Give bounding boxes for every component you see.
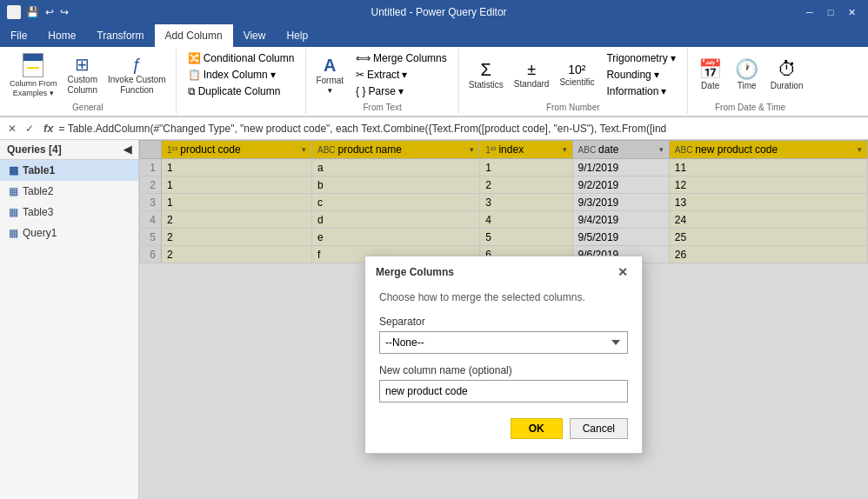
- queries-sidebar: Queries [4] ◀ ▦ Table1 ▦ Table2 ▦ Table3…: [0, 140, 139, 499]
- sidebar-title: Queries [4]: [7, 143, 62, 156]
- standard-button[interactable]: ± Standard: [510, 50, 554, 101]
- redo-btn[interactable]: ↪: [60, 6, 69, 18]
- general-group-label: General: [5, 103, 170, 112]
- from-text-small-col: ⟺ Merge Columns ✂ Extract ▾ { } Parse ▾: [350, 50, 453, 99]
- duplicate-column-icon: ⧉: [188, 85, 196, 97]
- sidebar-header: Queries [4] ◀: [0, 140, 138, 160]
- tab-view[interactable]: View: [233, 24, 277, 47]
- conditional-column-icon: 🔀: [188, 52, 201, 64]
- sidebar-item-query1[interactable]: ▦ Query1: [0, 223, 138, 243]
- window-controls: ─ □ ✕: [800, 3, 861, 21]
- standard-label: Standard: [514, 79, 550, 90]
- sidebar-item-table2[interactable]: ▦ Table2: [0, 181, 138, 202]
- dialog-close-button[interactable]: ✕: [614, 263, 631, 281]
- invoke-custom-function-label: Invoke CustomFunction: [108, 75, 166, 96]
- undo-btn[interactable]: ↩: [45, 6, 54, 18]
- formula-bar: ✕ ✓ fx: [0, 117, 868, 140]
- invoke-custom-function-button[interactable]: ƒ Invoke CustomFunction: [103, 50, 170, 101]
- sidebar-item-table3[interactable]: ▦ Table3: [0, 202, 138, 223]
- dialog-ok-button[interactable]: OK: [511, 418, 563, 439]
- column-from-examples-icon: [23, 53, 43, 77]
- sidebar-collapse-icon[interactable]: ◀: [124, 143, 131, 156]
- dialog-description: Choose how to merge the selected columns…: [379, 291, 628, 303]
- addcol-items: 🔀 Conditional Column 📋 Index Column ▾ ⧉ …: [182, 50, 301, 112]
- app-title: Untitled - Power Query Editor: [77, 6, 800, 18]
- custom-column-button[interactable]: ⊞ CustomColumn: [63, 50, 102, 101]
- separator-select[interactable]: --None-- Colon Comma Equals Sign Semicol…: [379, 331, 628, 354]
- title-bar: 💾 ↩ ↪ Untitled - Power Query Editor ─ □ …: [0, 0, 868, 24]
- maximize-button[interactable]: □: [821, 3, 840, 21]
- scientific-label: Scientific: [559, 77, 594, 88]
- index-column-label: Index Column: [204, 69, 268, 81]
- dialog-title: Merge Columns: [376, 266, 454, 278]
- ribbon-group-general: Column FromExamples ▾ ⊞ CustomColumn ƒ I…: [0, 49, 177, 114]
- extract-icon: ✂: [356, 69, 364, 81]
- format-icon: A: [324, 57, 336, 74]
- addcol-col: 🔀 Conditional Column 📋 Index Column ▾ ⧉ …: [182, 50, 301, 99]
- format-dropdown: ▾: [328, 86, 332, 95]
- from-text-label: From Text: [311, 103, 452, 112]
- statistics-button[interactable]: Σ Statistics: [464, 50, 508, 101]
- trigonometry-label: Trigonometry: [606, 52, 667, 64]
- column-from-examples-label: Column FromExamples ▾: [10, 79, 57, 98]
- new-column-name-input[interactable]: [379, 380, 628, 403]
- time-label: Time: [738, 81, 757, 91]
- minimize-button[interactable]: ─: [800, 3, 819, 21]
- tab-home[interactable]: Home: [37, 24, 86, 47]
- information-label: Information: [606, 85, 658, 97]
- parse-button[interactable]: { } Parse ▾: [350, 83, 453, 99]
- scientific-button[interactable]: 10² Scientific: [555, 50, 598, 101]
- trigonometry-button[interactable]: Trigonometry ▾: [600, 50, 681, 66]
- dialog-title-bar: Merge Columns ✕: [365, 256, 642, 288]
- ribbon-group-addcol: 🔀 Conditional Column 📋 Index Column ▾ ⧉ …: [177, 49, 307, 114]
- merge-columns-button[interactable]: ⟺ Merge Columns: [350, 50, 453, 66]
- tab-help[interactable]: Help: [276, 24, 318, 47]
- from-number-small-col: Trigonometry ▾ Rounding ▾ Information ▾: [600, 50, 681, 99]
- quick-access-toolbar: 💾 ↩ ↪: [26, 6, 69, 18]
- sidebar-item-table1-label: Table1: [23, 164, 55, 176]
- sidebar-item-query1-label: Query1: [23, 227, 57, 239]
- dialog-cancel-button[interactable]: Cancel: [570, 418, 628, 439]
- from-date-items: 📅 Date 🕐 Time ⏱ Duration: [693, 50, 808, 101]
- format-label: Format: [316, 76, 344, 86]
- ribbon-group-from-date: 📅 Date 🕐 Time ⏱ Duration From Date & Tim…: [688, 49, 813, 114]
- duration-button[interactable]: ⏱ Duration: [766, 50, 808, 101]
- date-button[interactable]: 📅 Date: [693, 50, 728, 101]
- sidebar-item-table1[interactable]: ▦ Table1: [0, 160, 138, 181]
- from-text-items: A Format ▾ ⟺ Merge Columns ✂ Extract ▾: [311, 50, 452, 101]
- rounding-label: Rounding: [606, 69, 651, 81]
- save-btn[interactable]: 💾: [26, 6, 39, 18]
- invoke-custom-function-icon: ƒ: [132, 56, 142, 73]
- close-button[interactable]: ✕: [842, 3, 861, 21]
- merge-columns-label: Merge Columns: [373, 52, 447, 64]
- ribbon-tab-bar: File Home Transform Add Column View Help: [0, 24, 868, 47]
- tab-add-column[interactable]: Add Column: [155, 24, 233, 47]
- format-button[interactable]: A Format ▾: [311, 50, 348, 101]
- table1-icon: ▦: [9, 164, 18, 176]
- duplicate-column-button[interactable]: ⧉ Duplicate Column: [182, 83, 301, 99]
- statistics-label: Statistics: [469, 80, 504, 90]
- extract-button[interactable]: ✂ Extract ▾: [350, 67, 453, 83]
- formula-cancel-button[interactable]: ✕: [3, 120, 21, 137]
- rounding-button[interactable]: Rounding ▾: [600, 67, 681, 83]
- from-date-label: From Date & Time: [693, 103, 808, 112]
- new-column-name-label: New column name (optional): [379, 364, 628, 376]
- dialog-overlay: Merge Columns ✕ Choose how to merge the …: [139, 140, 868, 499]
- index-column-button[interactable]: 📋 Index Column ▾: [182, 67, 301, 83]
- conditional-column-button[interactable]: 🔀 Conditional Column: [182, 50, 301, 66]
- app-icon: [7, 5, 21, 19]
- dialog-footer: OK Cancel: [379, 418, 628, 439]
- from-number-items: Σ Statistics ± Standard 10² Scientific T…: [464, 50, 682, 101]
- tab-file[interactable]: File: [0, 24, 37, 47]
- formula-confirm-button[interactable]: ✓: [21, 120, 38, 137]
- time-button[interactable]: 🕐 Time: [730, 50, 765, 101]
- column-from-examples-button[interactable]: Column FromExamples ▾: [5, 50, 62, 101]
- tab-transform[interactable]: Transform: [86, 24, 154, 47]
- information-button[interactable]: Information ▾: [600, 83, 681, 99]
- custom-column-label: CustomColumn: [68, 75, 97, 96]
- formula-input[interactable]: [59, 123, 865, 135]
- duration-icon: ⏱: [778, 60, 797, 79]
- duplicate-column-label: Duplicate Column: [198, 85, 281, 97]
- standard-icon: ±: [527, 62, 536, 77]
- ribbon-group-from-text: A Format ▾ ⟺ Merge Columns ✂ Extract ▾: [306, 49, 458, 114]
